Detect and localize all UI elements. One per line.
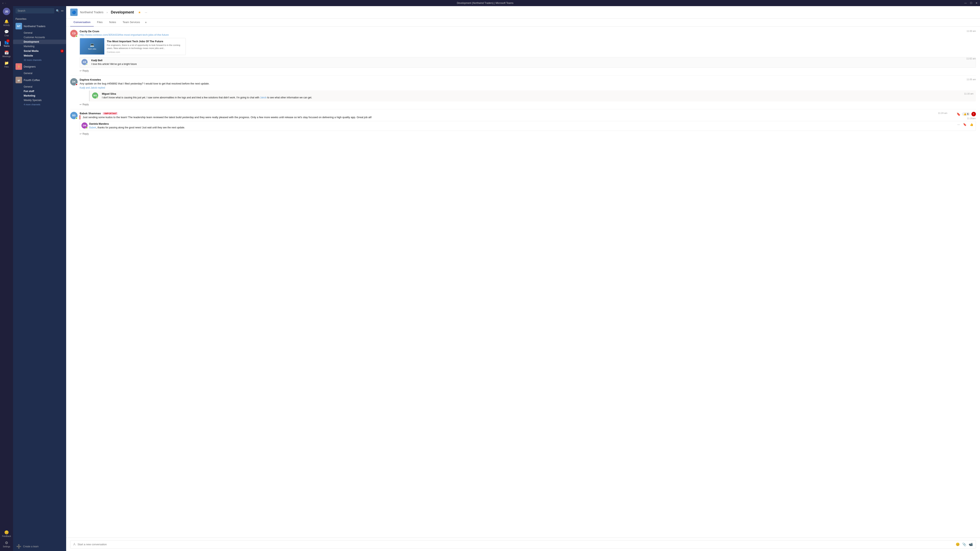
channel-weekly-specials[interactable]: Weekly Specials	[13, 98, 66, 102]
sidebar: 🔍 ✏ Favorites NT Northwind Traders ··· G…	[13, 6, 66, 551]
new-conversation-box: A 😊 📎 📹	[70, 540, 976, 549]
northwind-more-channels[interactable]: 32 more channels	[13, 58, 66, 62]
rail-label-feedback: Feedback	[2, 535, 11, 537]
babek-content: Babek Shammas !!IMPORTANT Just sending s…	[80, 112, 976, 135]
rail-item-activity[interactable]: 🔔 Activity	[0, 17, 13, 28]
cecily-author: Cecily De Crum	[80, 30, 99, 33]
org-name: Northwind Traders	[80, 11, 103, 14]
cecily-link[interactable]: http://www.contoso.com/3054433/the-most-…	[80, 33, 169, 37]
fourth-coffee-more-channels[interactable]: 4 more channels	[13, 102, 66, 106]
babek-mention[interactable]: Babek	[89, 126, 96, 129]
channel-customer-accounts[interactable]: Customer Accounts	[13, 35, 66, 40]
back-button[interactable]: ‹	[2, 2, 3, 5]
team-fourth-coffee-header[interactable]: ☕ Fourth Coffee ···	[13, 76, 66, 84]
channel-designers-general-label: General	[24, 72, 32, 75]
jakob-mention[interactable]: Jakob	[260, 96, 267, 99]
tab-conversation[interactable]: Conversation	[70, 19, 94, 27]
emoji-icon[interactable]: 😊	[956, 542, 960, 546]
tab-notes[interactable]: Notes	[106, 19, 119, 27]
compose-icon[interactable]: ✏	[61, 9, 64, 13]
daphne-author: Daphne Knowles	[80, 78, 101, 81]
rail-item-meetings[interactable]: 📅 Meetings	[0, 49, 13, 59]
minimize-button[interactable]: —	[964, 2, 967, 5]
rail-item-files[interactable]: 📁 Files	[0, 59, 13, 70]
miguel-status	[97, 97, 98, 98]
fourth-coffee-name: Fourth Coffee	[24, 79, 59, 82]
daniela-author: Daniela Mandera	[89, 122, 109, 125]
new-conversation-area: A 😊 📎 📹	[66, 538, 980, 551]
cecily-status	[76, 35, 78, 37]
channel-options-icon[interactable]: ···	[145, 11, 147, 14]
tab-bar: Conversation Files Notes Team Services +	[66, 19, 980, 27]
channel-general[interactable]: General	[13, 30, 66, 35]
kadji-author: Kadji Bell	[91, 59, 102, 62]
channel-designers-general[interactable]: General	[13, 71, 66, 76]
team-northwind-header[interactable]: NT Northwind Traders ···	[13, 22, 66, 30]
search-area: 🔍 ✏	[13, 6, 66, 16]
rail-item-chat[interactable]: 💬 Chat	[0, 28, 13, 38]
channel-marketing[interactable]: Marketing	[13, 44, 66, 49]
channel-social-media[interactable]: Social Media 2	[13, 49, 66, 54]
settings-icon: ⚙	[5, 541, 8, 545]
msg3-reply-area: ↩ Reply	[80, 132, 976, 135]
create-team-button[interactable]: ➕ Create a team	[13, 542, 66, 551]
northwind-name: Northwind Traders	[24, 25, 59, 28]
reply-icon2: ↩	[80, 103, 82, 106]
more-actions-icon[interactable]: ···	[956, 122, 961, 127]
channel-title: Development	[111, 10, 134, 14]
bookmark-daniela-icon[interactable]: 🔖	[962, 122, 967, 127]
teams-badge: 2	[6, 39, 10, 43]
channel-marketing-label: Marketing	[24, 45, 35, 48]
channel-customer-accounts-label: Customer Accounts	[24, 36, 45, 39]
attach-icon[interactable]: 📎	[962, 542, 966, 546]
rail-label-activity: Activity	[3, 24, 10, 26]
msg3-time: 11:24 am	[938, 112, 947, 114]
designers-avatar: 🎨	[16, 63, 22, 70]
channel-fc-marketing[interactable]: Marketing	[13, 94, 66, 98]
add-tab-button[interactable]: +	[143, 19, 148, 26]
channel-fun-stuff[interactable]: Fun stuff	[13, 89, 66, 94]
kadji-reply-block: KB Kadji Bell I love this article! We've…	[80, 57, 976, 68]
tab-team-services[interactable]: Team Services	[119, 19, 143, 27]
daphne-avatar: DK	[70, 78, 78, 86]
favorite-star-icon[interactable]: ★	[138, 10, 141, 14]
msg3-reply-button[interactable]: ↩ Reply	[80, 132, 89, 135]
daphne-status	[76, 83, 78, 86]
search-icon[interactable]: 🔍	[56, 9, 59, 13]
messages-area: CD Cecily De Crum http://www.contoso.com…	[66, 27, 980, 538]
maximize-button[interactable]: ☐	[970, 2, 972, 5]
cecily-content: Cecily De Crum http://www.contoso.com/30…	[80, 30, 976, 72]
title-bar: ‹ › Development (Northwind Traders) | Mi…	[0, 0, 980, 6]
team-designers-header[interactable]: 🎨 Designers ···	[13, 62, 66, 71]
user-avatar[interactable]: JD	[3, 8, 10, 15]
rail-item-teams[interactable]: 👥 2 Teams	[0, 38, 13, 49]
close-button[interactable]: ✕	[975, 2, 978, 5]
thumbsup-reaction[interactable]: 👍 6	[962, 112, 970, 116]
bookmark-babek-icon[interactable]: 🔖	[956, 112, 961, 116]
important-reaction[interactable]: !	[971, 112, 976, 116]
channel-development-label: Development	[24, 40, 39, 43]
meet-now-icon[interactable]: 📹	[969, 542, 973, 546]
channel-website[interactable]: Website	[13, 54, 66, 58]
msg2-reply-button[interactable]: ↩ Reply	[80, 103, 89, 106]
channel-development[interactable]: Development	[13, 40, 66, 44]
msg1-reply-button[interactable]: ↩ Reply	[80, 69, 89, 72]
tab-files[interactable]: Files	[94, 19, 106, 27]
daniela-message-actions: ··· 🔖 👍	[956, 122, 974, 127]
rail-item-feedback[interactable]: 😊 Feedback	[0, 529, 13, 539]
activity-icon: 🔔	[4, 19, 9, 24]
format-icon[interactable]: A	[73, 543, 76, 546]
fourth-coffee-avatar: ☕	[16, 77, 22, 83]
kadji-jakob-replied[interactable]: Kadji and Jakob replied	[80, 86, 976, 89]
new-conversation-input[interactable]	[78, 543, 954, 546]
preview-image: 💻 Tech Jobs	[80, 38, 104, 54]
preview-title: The Most Important Tech Jobs Of The Futu…	[107, 40, 183, 43]
channel-fc-general[interactable]: General	[13, 84, 66, 89]
message-tools: 😊 📎 📹	[956, 542, 973, 546]
miguel-avatar: MS	[92, 92, 98, 98]
like-daniela-icon[interactable]: 👍	[969, 122, 974, 127]
main-content: 🔵 Northwind Traders › Development ★ ··· …	[66, 6, 980, 551]
search-input[interactable]	[16, 8, 54, 13]
miguel-content: Miguel Silva I don't know what is causin…	[102, 92, 963, 99]
rail-item-settings[interactable]: ⚙ Settings	[0, 539, 13, 549]
